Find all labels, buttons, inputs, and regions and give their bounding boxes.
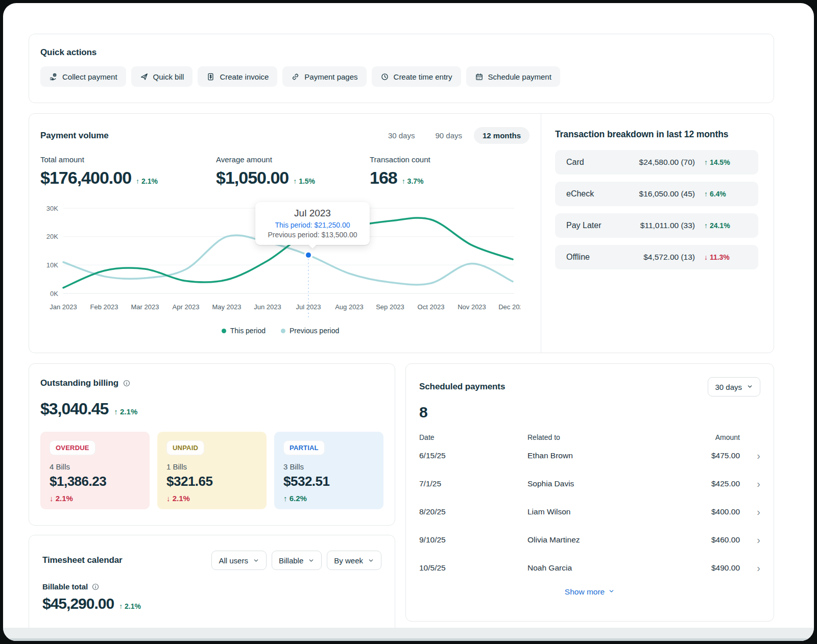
billable-total-delta: ↑ 2.1% xyxy=(119,602,141,610)
svg-text:May 2023: May 2023 xyxy=(212,303,241,311)
stat-transaction-count: Transaction count168↑ 3.7% xyxy=(370,155,430,188)
outstanding-delta: ↑ 2.1% xyxy=(114,407,137,416)
status-badge: PARTIAL xyxy=(283,440,325,455)
payment-related-to: Ethan Brown xyxy=(527,451,679,460)
info-icon[interactable] xyxy=(91,583,100,591)
scheduled-payments-card: Scheduled payments 30 days 8 Date Relate… xyxy=(405,363,774,622)
show-more-button[interactable]: Show more xyxy=(419,587,760,597)
breakdown-delta: ↑ 24.1% xyxy=(704,221,749,230)
stat-delta: ↑ 2.1% xyxy=(136,177,158,185)
outstanding-total: $3,040.45 xyxy=(40,400,108,418)
quick-action-label: Payment pages xyxy=(304,72,357,81)
period-tabs: 30 days90 days12 months xyxy=(379,127,530,144)
stat-label: Total amount xyxy=(40,155,216,164)
outstanding-billing-title: Outstanding billing xyxy=(40,378,118,388)
collect-payment-icon xyxy=(49,72,58,81)
status-badge: OVERDUE xyxy=(50,440,95,455)
stat-label: Average amount xyxy=(216,155,370,164)
quick-action-label: Collect payment xyxy=(62,72,117,81)
payment-volume-card: Payment volume 30 days90 days12 months T… xyxy=(29,113,774,353)
column-amount: Amount xyxy=(679,433,740,441)
scheduled-table-header: Date Related to Amount xyxy=(419,433,760,441)
quick-action-payment-pages[interactable]: Payment pages xyxy=(282,66,366,87)
chevron-down-icon xyxy=(608,588,615,595)
status-badge: UNPAID xyxy=(166,440,204,455)
quick-action-label: Schedule payment xyxy=(488,72,551,81)
stat-delta: ↑ 3.7% xyxy=(402,177,424,185)
svg-text:Jan 2023: Jan 2023 xyxy=(50,303,77,311)
breakdown-amount: $24,580.00 (70) xyxy=(639,158,695,167)
payment-volume-chart: 0K10K20K30KJan 2023Feb 2023Mar 2023Apr 2… xyxy=(40,201,520,335)
page-footer-band xyxy=(3,628,814,641)
chevron-down-icon xyxy=(608,587,615,597)
timesheet-filter-by-week[interactable]: By week xyxy=(327,551,381,570)
bills-delta: ↓ 2.1% xyxy=(166,494,257,503)
quick-action-create-invoice[interactable]: Create invoice xyxy=(198,66,277,87)
tab-30-days[interactable]: 30 days xyxy=(379,127,424,144)
tooltip-this-period: This period: $21,250.00 xyxy=(259,221,366,229)
timesheet-filters: All usersBillableBy week xyxy=(211,551,381,570)
quick-action-label: Create invoice xyxy=(220,72,269,81)
svg-text:Feb 2023: Feb 2023 xyxy=(90,303,118,311)
svg-text:Aug 2023: Aug 2023 xyxy=(335,303,364,311)
outstanding-billing-card: Outstanding billing $3,040.45 ↑ 2.1% OVE… xyxy=(29,363,395,526)
scheduled-period-dropdown[interactable]: 30 days xyxy=(708,377,760,397)
chevron-right-icon[interactable]: › xyxy=(740,563,760,573)
billable-total-label: Billable total xyxy=(42,582,88,591)
scheduled-payment-row[interactable]: 9/10/25Olivia Martinez$460.00› xyxy=(419,526,760,554)
stat-value: $1,050.00 xyxy=(216,168,289,188)
chevron-right-icon[interactable]: › xyxy=(740,479,760,489)
payment-pages-icon xyxy=(291,72,300,81)
payment-amount: $425.00 xyxy=(679,479,740,488)
scheduled-payment-row[interactable]: 10/5/25Noah Garcia$490.00› xyxy=(419,554,760,582)
quick-action-schedule-payment[interactable]: Schedule payment xyxy=(466,66,560,87)
payment-amount: $400.00 xyxy=(679,507,740,516)
breakdown-amount: $4,572.00 (13) xyxy=(643,253,695,262)
payment-date: 6/15/25 xyxy=(419,451,527,460)
quick-action-create-time-entry[interactable]: Create time entry xyxy=(372,66,461,87)
quick-action-label: Create time entry xyxy=(394,72,452,81)
chevron-down-icon xyxy=(747,383,753,391)
scheduled-payment-row[interactable]: 8/20/25Liam Wilson$400.00› xyxy=(419,498,760,526)
info-icon[interactable] xyxy=(123,379,131,387)
bills-delta: ↑ 6.2% xyxy=(283,494,374,503)
column-related-to: Related to xyxy=(527,433,679,441)
billing-box-overdue: OVERDUE4 Bills$1,386.23↓ 2.1% xyxy=(40,432,150,509)
timesheet-calendar-card: Timesheet calendar All usersBillableBy w… xyxy=(29,535,395,641)
chevron-right-icon[interactable]: › xyxy=(740,451,760,461)
quick-action-quick-bill[interactable]: Quick bill xyxy=(131,66,193,87)
payment-date: 8/20/25 xyxy=(419,507,527,516)
scheduled-payment-row[interactable]: 6/15/25Ethan Brown$475.00› xyxy=(419,441,760,469)
filter-value: All users xyxy=(219,556,248,565)
quick-actions-title: Quick actions xyxy=(40,47,762,58)
payment-volume-section: Payment volume 30 days90 days12 months T… xyxy=(29,114,541,353)
tooltip-previous-period: Previous period: $13,500.00 xyxy=(259,231,366,239)
breakdown-amount: $16,050.00 (45) xyxy=(639,189,695,199)
chevron-down-icon xyxy=(308,557,315,564)
timesheet-title: Timesheet calendar xyxy=(42,555,123,565)
svg-text:10K: 10K xyxy=(46,261,58,269)
payment-date: 10/5/25 xyxy=(419,563,527,573)
scheduled-payment-row[interactable]: 7/1/25Sophia Davis$425.00› xyxy=(419,469,760,498)
chevron-right-icon[interactable]: › xyxy=(740,507,760,517)
breakdown-row-pay-later: Pay Later$11,011.00 (33)↑ 24.1% xyxy=(555,213,758,238)
quick-actions-row: Collect paymentQuick billCreate invoiceP… xyxy=(40,66,762,87)
tab-12-months[interactable]: 12 months xyxy=(474,127,530,144)
chevron-right-icon[interactable]: › xyxy=(740,535,760,545)
payment-date: 7/1/25 xyxy=(419,479,527,488)
timesheet-filter-billable[interactable]: Billable xyxy=(272,551,322,570)
timesheet-filter-all-users[interactable]: All users xyxy=(211,551,267,570)
legend-dot xyxy=(222,329,226,333)
svg-text:Dec 2023: Dec 2023 xyxy=(498,303,520,311)
billing-status-boxes: OVERDUE4 Bills$1,386.23↓ 2.1%UNPAID1 Bil… xyxy=(40,432,383,509)
scheduled-payments-title: Scheduled payments xyxy=(419,382,505,392)
quick-action-collect-payment[interactable]: Collect payment xyxy=(40,66,126,87)
payment-related-to: Liam Wilson xyxy=(527,507,679,516)
create-invoice-icon xyxy=(206,72,215,81)
tab-90-days[interactable]: 90 days xyxy=(426,127,471,144)
billing-box-partial: PARTIAL3 Bills$532.51↑ 6.2% xyxy=(274,432,383,509)
bills-count: 4 Bills xyxy=(50,462,140,471)
svg-text:Nov 2023: Nov 2023 xyxy=(458,303,486,311)
stat-value: $176,400.00 xyxy=(40,168,131,188)
chart-tooltip: Jul 2023 This period: $21,250.00 Previou… xyxy=(255,202,370,245)
